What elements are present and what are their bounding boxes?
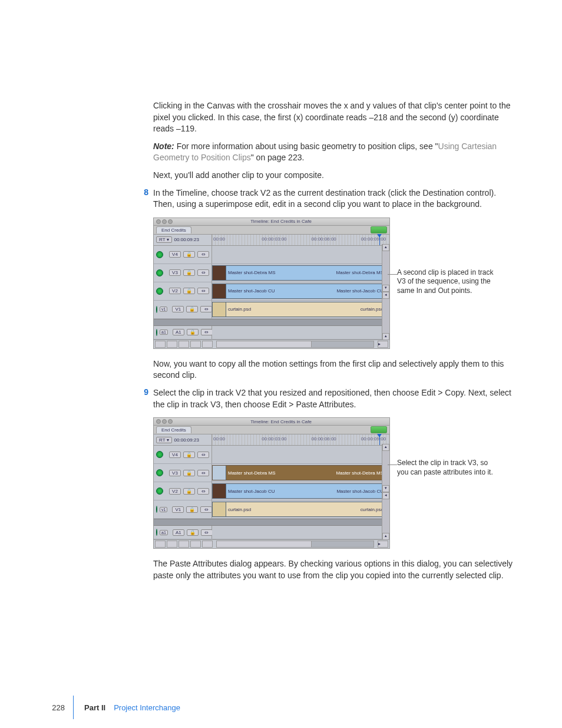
lock-icon[interactable]: 🔒 xyxy=(183,269,195,276)
track-label-v1[interactable]: V1 xyxy=(172,506,184,513)
track-v4-lane[interactable] xyxy=(212,246,389,263)
zoom-icon[interactable] xyxy=(168,419,173,424)
clip-jacob[interactable]: Master shot-Jacob CU Master shot-Jacob C… xyxy=(212,483,386,499)
close-icon[interactable] xyxy=(156,219,161,224)
footer-button[interactable] xyxy=(167,541,177,548)
track-label-v3[interactable]: V3 xyxy=(169,470,181,476)
track-v3-lane[interactable]: Master shot-Debra MS Master shot-Debra M… xyxy=(212,464,389,482)
playhead[interactable] xyxy=(379,434,380,445)
auto-select-icon[interactable]: ⇔ xyxy=(200,306,212,312)
footer-button[interactable] xyxy=(190,341,201,348)
track-a1-lane[interactable] xyxy=(212,326,389,339)
lock-icon[interactable]: 🔒 xyxy=(183,470,195,476)
auto-select-icon[interactable]: ⇔ xyxy=(201,329,213,335)
lock-icon[interactable]: 🔒 xyxy=(183,452,195,458)
track-label-v2[interactable]: V2 xyxy=(169,288,181,294)
footer-button[interactable] xyxy=(178,541,189,548)
lock-icon[interactable]: 🔒 xyxy=(183,251,195,258)
minimize-icon[interactable] xyxy=(162,219,167,224)
footer-button[interactable] xyxy=(202,541,213,548)
track-label-v1[interactable]: V1 xyxy=(172,306,184,312)
note: Note: For more information about using b… xyxy=(153,141,515,164)
lock-icon[interactable]: 🔒 xyxy=(187,529,199,536)
footer-button[interactable] xyxy=(202,341,213,348)
horizontal-scrollbar[interactable] xyxy=(216,341,374,348)
playhead[interactable] xyxy=(379,235,380,245)
clip-curtain[interactable]: curtain.psd curtain.psd xyxy=(212,302,386,317)
track-v3-lane[interactable]: Master shot-Debra MS Master shot-Debra M… xyxy=(212,264,389,282)
auto-select-icon[interactable]: ⇔ xyxy=(201,529,213,536)
visibility-toggle[interactable] xyxy=(156,269,163,276)
auto-select-icon[interactable]: ⇔ xyxy=(197,288,209,294)
track-v2-lane[interactable]: Master shot-Jacob CU Master shot-Jacob C… xyxy=(212,282,389,300)
scroll-right-icon[interactable]: ▸ xyxy=(378,541,388,548)
track-a1-lane[interactable] xyxy=(212,526,389,539)
visibility-toggle[interactable] xyxy=(156,306,157,313)
lock-icon[interactable]: 🔒 xyxy=(186,506,198,513)
clip-jacob[interactable]: Master shot-Jacob CU Master shot-Jacob C… xyxy=(212,284,386,299)
track-v4-lane[interactable] xyxy=(212,446,389,463)
visibility-toggle[interactable] xyxy=(156,469,163,476)
rt-popup[interactable]: RT ▾ xyxy=(156,236,172,243)
note-label: Note: xyxy=(153,141,174,151)
clip-thumbnail xyxy=(213,484,226,498)
auto-select-icon[interactable]: ⇔ xyxy=(197,488,209,495)
footer-button[interactable] xyxy=(190,541,201,548)
track-label-v4[interactable]: V4 xyxy=(169,251,181,258)
visibility-toggle[interactable] xyxy=(156,251,163,258)
clip-thumbnail xyxy=(213,302,226,317)
track-label-v2[interactable]: V2 xyxy=(169,488,181,495)
scroll-right-icon[interactable]: ▸ xyxy=(378,341,388,348)
source-v1[interactable]: v1 xyxy=(160,307,167,312)
auto-select-icon[interactable]: ⇔ xyxy=(200,506,212,513)
close-icon[interactable] xyxy=(156,419,161,424)
audibility-toggle[interactable] xyxy=(156,529,157,536)
footer-button[interactable] xyxy=(155,341,166,348)
minimize-icon[interactable] xyxy=(162,419,167,424)
track-label-a1[interactable]: A1 xyxy=(173,529,184,536)
footer-button[interactable] xyxy=(178,341,189,348)
body-text: Clicking in the Canvas with the crosshai… xyxy=(153,100,515,135)
step-number: 8 xyxy=(135,187,148,210)
visibility-toggle[interactable] xyxy=(156,506,157,513)
ruler[interactable]: 00:00 00:00:03:00 00:00:06:00 00:00:09:0… xyxy=(212,235,389,245)
track-label-v4[interactable]: V4 xyxy=(169,452,181,458)
lock-icon[interactable]: 🔒 xyxy=(183,288,195,294)
page-number: 228 xyxy=(0,703,65,712)
vertical-scrollbar[interactable]: ▴▾◂▴ xyxy=(382,244,389,340)
track-label-v3[interactable]: V3 xyxy=(169,269,181,276)
window-title: Timeline: End Credits in Cafe xyxy=(173,419,389,424)
vertical-scrollbar[interactable]: ▴▾◂▴ xyxy=(382,444,389,540)
clip-curtain[interactable]: curtain.psd curtain.psd xyxy=(212,502,386,517)
sequence-tab[interactable]: End Credits xyxy=(156,426,191,433)
track-label-a1[interactable]: A1 xyxy=(173,329,184,335)
visibility-toggle[interactable] xyxy=(156,451,163,458)
current-timecode[interactable]: 00:00:09:23 xyxy=(174,237,199,242)
source-a1[interactable]: a1 xyxy=(160,530,168,535)
lock-icon[interactable]: 🔒 xyxy=(183,488,195,495)
footer-button[interactable] xyxy=(155,541,166,548)
clip-debra[interactable]: Master shot-Debra MS Master shot-Debra M… xyxy=(212,265,386,281)
track-v1-lane[interactable]: curtain.psd curtain.psd xyxy=(212,301,389,318)
audibility-toggle[interactable] xyxy=(156,329,157,336)
footer-button[interactable] xyxy=(167,341,177,348)
auto-select-icon[interactable]: ⇔ xyxy=(197,470,209,476)
horizontal-scrollbar[interactable] xyxy=(216,541,374,548)
track-v1-lane[interactable]: curtain.psd curtain.psd xyxy=(212,500,389,518)
auto-select-icon[interactable]: ⇔ xyxy=(197,251,209,258)
sequence-tab[interactable]: End Credits xyxy=(156,226,191,233)
visibility-toggle[interactable] xyxy=(156,487,163,495)
current-timecode[interactable]: 00:00:09:23 xyxy=(174,437,199,443)
ruler[interactable]: 00:00 00:00:03:00 00:00:06:00 00:00:09:0… xyxy=(212,434,389,445)
visibility-toggle[interactable] xyxy=(156,288,163,295)
auto-select-icon[interactable]: ⇔ xyxy=(197,269,209,276)
zoom-icon[interactable] xyxy=(168,219,173,224)
source-v1[interactable]: v1 xyxy=(160,507,167,512)
clip-debra-selected[interactable]: Master shot-Debra MS Master shot-Debra M… xyxy=(212,465,386,480)
lock-icon[interactable]: 🔒 xyxy=(186,306,198,312)
source-a1[interactable]: a1 xyxy=(160,330,168,335)
track-v2-lane[interactable]: Master shot-Jacob CU Master shot-Jacob C… xyxy=(212,482,389,500)
lock-icon[interactable]: 🔒 xyxy=(187,329,199,335)
rt-popup[interactable]: RT ▾ xyxy=(156,437,172,443)
auto-select-icon[interactable]: ⇔ xyxy=(197,452,209,458)
